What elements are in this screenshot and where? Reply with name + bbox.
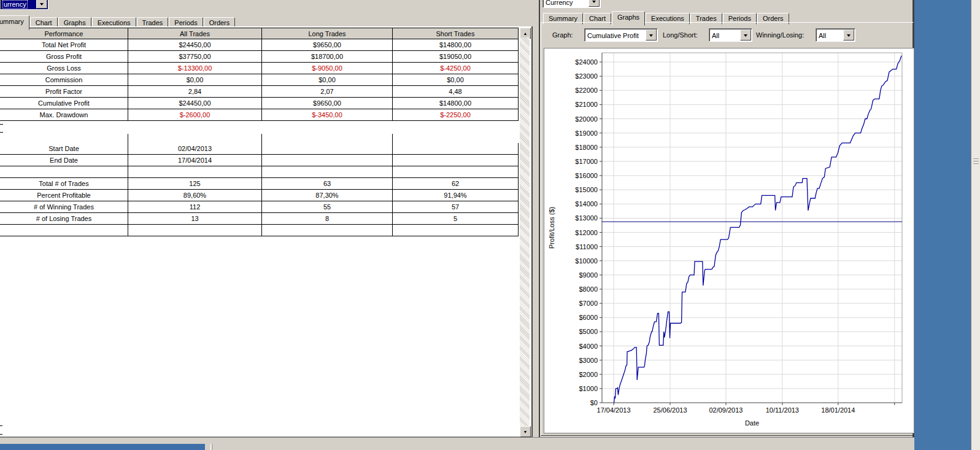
table-cell: 57 [393, 201, 519, 213]
table-cell: 2,07 [262, 86, 393, 98]
graph-dropdown-button[interactable] [646, 29, 657, 41]
column-header: Long Trades [262, 28, 393, 39]
cumulative-profit-chart: $0$1000$2000$3000$4000$5000$6000$7000$80… [544, 48, 914, 433]
left-window: urrency ummaryChartGraphsExecutionsTrade… [0, 0, 533, 437]
grid-stub [128, 134, 128, 143]
row-mark [0, 425, 2, 426]
table-cell: Start Date [0, 143, 128, 155]
winning-losing-dropdown-button[interactable] [843, 29, 854, 41]
svg-text:$1000: $1000 [579, 385, 598, 392]
chevron-down-icon [649, 34, 653, 39]
tab-graphs[interactable]: Graphs [612, 11, 645, 26]
right-currency-dropdown[interactable]: Currency [542, 0, 601, 8]
table-cell: Total # of Trades [0, 178, 128, 190]
right-window: Currency SummaryChartGraphsExecutionsTra… [539, 0, 914, 437]
svg-text:02/09/2013: 02/09/2013 [709, 406, 743, 414]
long-short-dropdown[interactable]: All [709, 28, 752, 42]
table-cell: 8 [262, 213, 393, 225]
table-row: Profit Factor2,842,074,48 [0, 86, 519, 98]
table-cell: $9650,00 [262, 98, 393, 109]
column-header: All Trades [128, 28, 262, 39]
table-cell [262, 155, 393, 166]
table-row: Gross Profit$37750,00$18700,00$19050,00 [0, 51, 519, 63]
svg-text:$13000: $13000 [575, 214, 598, 222]
graph-dropdown[interactable]: Cumulative Profit [584, 28, 658, 42]
table-cell [393, 143, 519, 155]
chevron-down-icon [744, 34, 747, 39]
long-short-label: Long/Short: [663, 31, 698, 39]
scrollbar-track[interactable] [520, 37, 530, 426]
winning-losing-dropdown-value: All [819, 32, 826, 39]
svg-text:$24000: $24000 [575, 58, 598, 66]
taskbar-blue-bar [0, 444, 205, 450]
svg-text:$14000: $14000 [575, 200, 598, 208]
table-cell [393, 155, 519, 166]
right-currency-dropdown-button[interactable] [588, 0, 600, 7]
table-cell: $0,00 [262, 74, 393, 86]
table-cell: Gross Loss [0, 63, 128, 74]
svg-text:17/04/2013: 17/04/2013 [597, 406, 631, 414]
table-cell [262, 225, 393, 236]
svg-text:$19000: $19000 [575, 130, 598, 137]
row-mark [0, 132, 3, 133]
table-cell: 2,84 [128, 86, 262, 98]
table-cell: 55 [262, 201, 393, 213]
table-row [0, 166, 519, 178]
table-row: Start Date02/04/2013 [0, 143, 519, 155]
table-cell: 112 [128, 201, 262, 213]
table-cell [262, 143, 393, 155]
svg-text:$17000: $17000 [575, 158, 598, 165]
right-edge-strip [971, 0, 980, 450]
bottom-divider [210, 444, 212, 450]
table-cell: Gross Profit [0, 51, 128, 63]
winning-losing-dropdown[interactable]: All [816, 28, 855, 42]
table-cell: $24450,00 [128, 39, 262, 51]
chevron-down-icon [847, 34, 851, 39]
svg-text:$10000: $10000 [575, 257, 598, 265]
arrow-up-icon: ▲ [523, 31, 528, 36]
long-short-dropdown-button[interactable] [740, 29, 751, 41]
left-currency-dropdown[interactable]: urrency [0, 0, 48, 10]
table-cell: $-9050,00 [262, 63, 393, 74]
series-cumulative-profit [614, 56, 901, 403]
table-cell: 91,94% [393, 190, 519, 201]
desktop-band [914, 0, 971, 450]
table-cell: Cumulative Profit [0, 98, 128, 109]
bottom-strip [0, 437, 914, 450]
table-cell [0, 166, 128, 178]
table-row: # of Losing Trades1385 [0, 213, 519, 225]
tab-ummary[interactable]: ummary [0, 15, 29, 30]
svg-text:$4000: $4000 [579, 343, 598, 350]
svg-text:$0: $0 [590, 399, 598, 406]
table-row: Total # of Trades1256362 [0, 178, 519, 190]
table-cell: $9650,00 [262, 39, 393, 51]
left-currency-value: urrency [3, 1, 27, 8]
table-cell: $-2600,00 [128, 109, 262, 121]
table-row: # of Winning Trades1125557 [0, 201, 519, 213]
table-row: Cumulative Profit$24450,00$9650,00$14800… [0, 98, 519, 109]
graph-label: Graph: [552, 31, 573, 39]
scrollbar-down-button[interactable]: ▼ [520, 426, 531, 437]
table-cell: 5 [393, 213, 519, 225]
svg-text:$3000: $3000 [579, 357, 598, 364]
graph-dropdown-value: Cumulative Profit [587, 32, 639, 39]
table-row: Percent Profitable89,60%87,30%91,94% [0, 190, 519, 201]
table-cell: $14800,00 [393, 39, 519, 51]
chevron-down-icon [40, 3, 44, 7]
long-short-dropdown-value: All [712, 32, 719, 39]
table-row: Gross Loss$-13300,00$-9050,00$-4250,00 [0, 63, 519, 74]
row-mark [0, 434, 2, 435]
left-currency-dropdown-button[interactable] [36, 0, 47, 9]
table-cell: 87,30% [262, 190, 393, 201]
table-cell: 125 [128, 178, 262, 190]
table-row: End Date17/04/2014 [0, 155, 519, 166]
table-cell: 63 [262, 178, 393, 190]
table-cell: Commission [0, 74, 128, 86]
table-cell [0, 225, 128, 236]
svg-text:$5000: $5000 [579, 328, 598, 335]
resize-grip-icon[interactable] [973, 158, 979, 165]
svg-text:$16000: $16000 [575, 172, 598, 179]
svg-text:$8000: $8000 [579, 285, 598, 293]
winning-losing-label: Winning/Losing: [756, 31, 804, 39]
table-cell: $0,00 [128, 74, 262, 86]
